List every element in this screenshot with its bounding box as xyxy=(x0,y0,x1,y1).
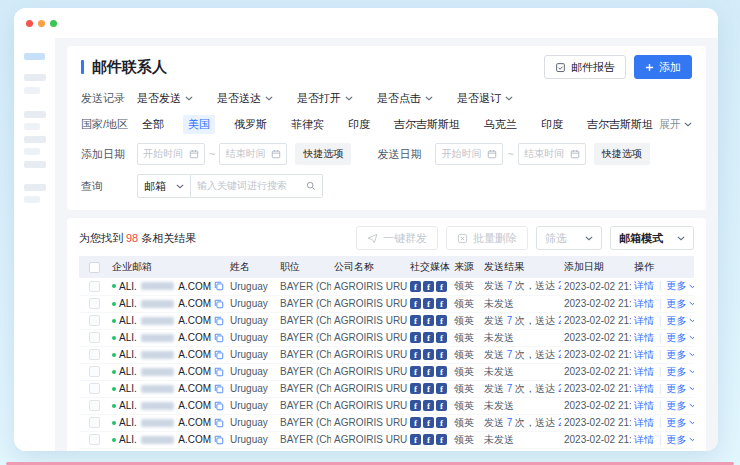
more-link[interactable]: 更多 xyxy=(667,382,694,396)
facebook-icon[interactable]: f xyxy=(410,315,421,326)
more-link[interactable]: 更多 xyxy=(667,314,694,328)
row-checkbox[interactable] xyxy=(89,298,100,309)
sidebar-item-active[interactable] xyxy=(24,53,45,60)
detail-link[interactable]: 详情 xyxy=(634,382,654,396)
facebook-icon[interactable]: f xyxy=(423,366,434,377)
more-link[interactable]: 更多 xyxy=(667,416,694,430)
region-option[interactable]: 吉尔吉斯斯坦 xyxy=(389,115,465,134)
send-filter-dropdown[interactable]: 是否发送 xyxy=(137,91,193,106)
more-link[interactable]: 更多 xyxy=(667,433,694,447)
row-checkbox[interactable] xyxy=(89,434,100,445)
region-option[interactable]: 印度 xyxy=(536,115,568,134)
sidebar-item-placeholder[interactable] xyxy=(24,74,46,81)
sidebar-item-placeholder[interactable] xyxy=(24,111,46,118)
send-filter-dropdown[interactable]: 是否点击 xyxy=(377,91,433,106)
facebook-icon[interactable]: f xyxy=(423,434,434,445)
expand-toggle[interactable]: 展开 xyxy=(659,117,692,132)
bulk-send-button[interactable]: 一键群发 xyxy=(356,226,438,250)
filter-select[interactable]: 筛选 xyxy=(536,226,602,250)
facebook-icon[interactable]: f xyxy=(423,383,434,394)
facebook-icon[interactable]: f xyxy=(436,434,447,445)
facebook-icon[interactable]: f xyxy=(423,281,434,292)
facebook-icon[interactable]: f xyxy=(410,298,421,309)
copy-icon[interactable] xyxy=(214,299,224,309)
facebook-icon[interactable]: f xyxy=(410,400,421,411)
more-link[interactable]: 更多 xyxy=(667,348,694,362)
send-date-start-input[interactable]: 开始时间 xyxy=(435,143,503,165)
more-link[interactable]: 更多 xyxy=(667,331,694,345)
more-link[interactable]: 更多 xyxy=(667,279,694,293)
copy-icon[interactable] xyxy=(214,401,224,411)
row-checkbox[interactable] xyxy=(89,383,100,394)
copy-icon[interactable] xyxy=(214,418,224,428)
detail-link[interactable]: 详情 xyxy=(634,399,654,413)
facebook-icon[interactable]: f xyxy=(436,366,447,377)
add-date-quick-options-button[interactable]: 快捷选项 xyxy=(295,143,351,165)
sidebar-item-placeholder[interactable] xyxy=(24,184,46,191)
sidebar-item-placeholder[interactable] xyxy=(24,161,46,168)
bulk-delete-button[interactable]: 批量删除 xyxy=(446,226,528,250)
region-option[interactable]: 菲律宾 xyxy=(286,115,329,134)
facebook-icon[interactable]: f xyxy=(423,298,434,309)
row-checkbox[interactable] xyxy=(89,281,100,292)
region-option[interactable]: 吉尔吉斯斯坦 xyxy=(582,115,658,134)
facebook-icon[interactable]: f xyxy=(436,281,447,292)
copy-icon[interactable] xyxy=(214,316,224,326)
row-checkbox[interactable] xyxy=(89,366,100,377)
row-checkbox[interactable] xyxy=(89,332,100,343)
more-link[interactable]: 更多 xyxy=(667,297,694,311)
region-option[interactable]: 印度 xyxy=(343,115,375,134)
row-checkbox[interactable] xyxy=(89,400,100,411)
select-all-checkbox[interactable] xyxy=(89,262,100,273)
copy-icon[interactable] xyxy=(214,367,224,377)
facebook-icon[interactable]: f xyxy=(423,349,434,360)
detail-link[interactable]: 详情 xyxy=(634,365,654,379)
send-date-end-input[interactable]: 结束时间 xyxy=(518,143,586,165)
facebook-icon[interactable]: f xyxy=(436,298,447,309)
facebook-icon[interactable]: f xyxy=(410,366,421,377)
query-type-select[interactable]: 邮箱 xyxy=(137,174,191,198)
facebook-icon[interactable]: f xyxy=(436,332,447,343)
facebook-icon[interactable]: f xyxy=(410,417,421,428)
sidebar-item-placeholder[interactable] xyxy=(24,87,40,94)
mail-report-button[interactable]: 邮件报告 xyxy=(544,55,626,79)
facebook-icon[interactable]: f xyxy=(423,315,434,326)
send-filter-dropdown[interactable]: 是否打开 xyxy=(297,91,353,106)
detail-link[interactable]: 详情 xyxy=(634,279,654,293)
copy-icon[interactable] xyxy=(214,333,224,343)
search-input[interactable]: 输入关键词进行搜索 xyxy=(191,174,323,198)
send-filter-dropdown[interactable]: 是否退订 xyxy=(457,91,513,106)
facebook-icon[interactable]: f xyxy=(410,332,421,343)
facebook-icon[interactable]: f xyxy=(436,417,447,428)
row-checkbox[interactable] xyxy=(89,349,100,360)
mode-select[interactable]: 邮箱模式 xyxy=(610,226,694,250)
facebook-icon[interactable]: f xyxy=(423,417,434,428)
detail-link[interactable]: 详情 xyxy=(634,348,654,362)
region-option[interactable]: 全部 xyxy=(137,115,169,134)
detail-link[interactable]: 详情 xyxy=(634,331,654,345)
copy-icon[interactable] xyxy=(214,281,224,291)
facebook-icon[interactable]: f xyxy=(423,400,434,411)
facebook-icon[interactable]: f xyxy=(436,315,447,326)
detail-link[interactable]: 详情 xyxy=(634,433,654,447)
detail-link[interactable]: 详情 xyxy=(634,416,654,430)
copy-icon[interactable] xyxy=(214,350,224,360)
row-checkbox[interactable] xyxy=(89,315,100,326)
region-option[interactable]: 乌克兰 xyxy=(479,115,522,134)
facebook-icon[interactable]: f xyxy=(410,383,421,394)
window-zoom-icon[interactable] xyxy=(50,20,57,27)
facebook-icon[interactable]: f xyxy=(436,400,447,411)
add-date-end-input[interactable]: 结束时间 xyxy=(219,143,287,165)
facebook-icon[interactable]: f xyxy=(410,281,421,292)
copy-icon[interactable] xyxy=(214,435,224,445)
sidebar-item-placeholder[interactable] xyxy=(24,136,46,143)
copy-icon[interactable] xyxy=(214,384,224,394)
row-checkbox[interactable] xyxy=(89,417,100,428)
facebook-icon[interactable]: f xyxy=(436,383,447,394)
send-filter-dropdown[interactable]: 是否送达 xyxy=(217,91,273,106)
sidebar-item-placeholder[interactable] xyxy=(24,148,40,155)
more-link[interactable]: 更多 xyxy=(667,399,694,413)
detail-link[interactable]: 详情 xyxy=(634,297,654,311)
more-link[interactable]: 更多 xyxy=(667,365,694,379)
facebook-icon[interactable]: f xyxy=(410,349,421,360)
